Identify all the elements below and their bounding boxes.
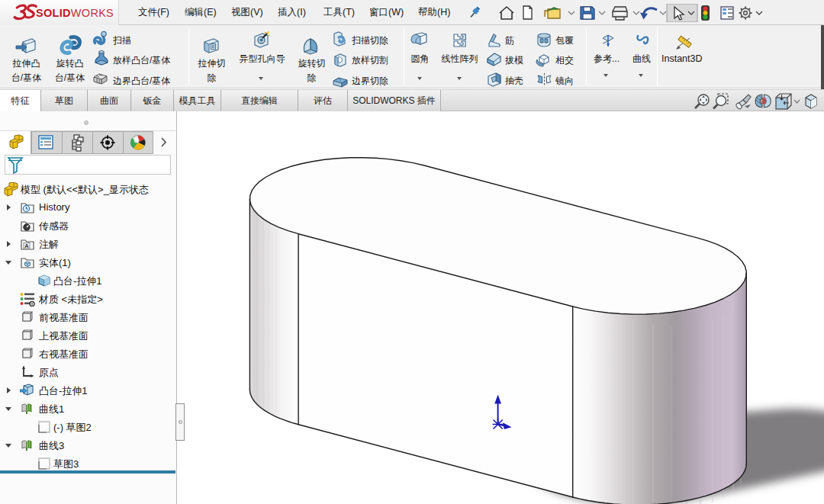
svg-text:SOLIDWORKS: SOLIDWORKS [36,7,114,19]
svg-text:A: A [24,242,29,249]
